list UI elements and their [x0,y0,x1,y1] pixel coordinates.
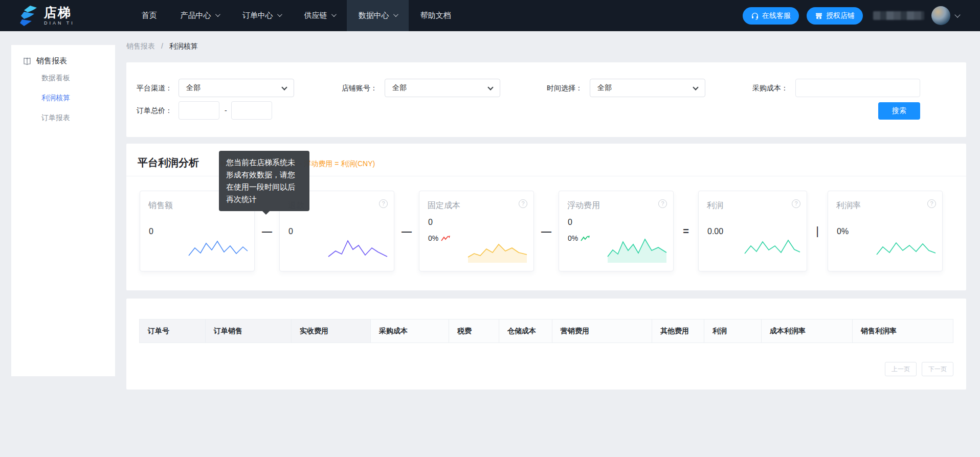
nav-item-help-docs[interactable]: 帮助文档 [409,0,463,31]
card-value: 0.00 [707,227,723,236]
help-icon[interactable] [379,199,388,208]
profit-rate-sparkline [875,234,937,264]
card-title: 固定成本 [428,200,460,211]
nav-item-label: 帮助文档 [420,11,451,20]
card-title: 利润 [707,200,723,211]
prev-page-button[interactable]: 上一页 [885,362,917,376]
username-censored [873,11,924,20]
profit-sparkline [743,234,801,264]
help-icon[interactable] [927,199,936,208]
purchase-cost-label: 采购成本： [752,79,788,97]
time-select[interactable]: 全部 [590,79,705,97]
top-navbar: 店梯 DIAN TI 首页 产品中心 订单中心 供应链 数据中心 帮助文档 [0,0,980,31]
next-page-button[interactable]: 下一页 [922,362,953,376]
card-value: 0 [428,218,433,227]
col-profit: 利润 [704,319,762,343]
authorize-shop-button[interactable]: 授权店铺 [807,7,863,25]
card-percent: 0% [428,234,451,242]
card-value: 0 [288,227,293,236]
card-floating-fee: 浮动费用 0 0% [559,191,674,271]
col-other-fee: 其他费用 [652,319,704,343]
col-tax: 税费 [449,319,499,343]
panel-title: 平台利润分析 [138,156,199,170]
help-icon[interactable] [792,199,800,208]
platform-channel-value: 全部 [186,83,201,93]
shop-account-select[interactable]: 全部 [385,79,500,97]
trend-down-icon [441,235,451,242]
sidebar-item-label: 利润核算 [41,94,70,102]
sidebar-item-profit-accounting[interactable]: 利润核算 [11,88,115,108]
platform-channel-select[interactable]: 全部 [179,79,294,97]
card-value: 0 [568,218,572,227]
orders-table: 订单号 订单销售 实收费用 采购成本 税费 仓储成本 营销费用 其他费用 利润 … [139,319,953,343]
trend-up-icon [581,235,591,242]
help-icon[interactable] [658,199,667,208]
breadcrumb-separator: / [161,42,163,50]
nav-item-label: 供应链 [304,11,327,20]
nav-item-label: 订单中心 [242,11,273,20]
report-icon [23,57,32,66]
card-title: 浮动费用 [567,200,600,211]
sidebar-item-label: 订单报表 [41,113,70,122]
main-nav: 首页 产品中心 订单中心 供应链 数据中心 帮助文档 [130,0,463,31]
shop-account-value: 全部 [392,83,407,93]
sidebar-item-data-dashboard[interactable]: 数据看板 [11,68,115,88]
chevron-down-icon[interactable] [954,12,960,17]
operator-equals: = [674,225,698,237]
chevron-down-icon [281,84,287,90]
shop-account-label: 店铺账号： [342,79,377,97]
fixed-cost-sparkline [466,234,528,264]
app-logo[interactable]: 店梯 DIAN TI [17,5,75,27]
sidebar-item-order-report[interactable]: 订单报表 [11,108,115,128]
breadcrumb-parent[interactable]: 销售报表 [126,42,155,50]
floating-fee-sparkline [606,234,668,264]
search-button[interactable]: 搜索 [878,102,920,120]
card-percent-value: 0% [568,234,578,242]
online-service-button[interactable]: 在线客服 [743,7,799,25]
operator-minus: — [394,225,419,237]
col-warehouse-cost: 仓储成本 [499,319,552,343]
sales-sparkline [187,234,249,264]
navbar-right: 在线客服 授权店铺 [735,6,960,25]
order-total-label: 订单总价： [137,101,172,120]
platform-channel-label: 平台渠道： [137,79,172,97]
chevron-down-icon [693,84,698,90]
purchase-cost-input[interactable] [795,79,920,97]
shop-icon [815,12,823,20]
breadcrumb-current: 利润核算 [169,42,198,50]
pagination: 上一页 下一页 [880,362,953,376]
headset-icon [751,12,759,20]
nav-item-label: 数据中心 [359,11,389,20]
operator-minus: — [255,225,279,237]
col-order-no: 订单号 [140,319,206,343]
refund-sparkline [326,234,389,264]
col-sales-profit-rate: 销售利润率 [853,319,953,343]
nav-item-data-center[interactable]: 数据中心 [347,0,409,31]
authorize-shop-label: 授权店铺 [826,11,855,20]
logo-icon [17,5,39,27]
chevron-down-icon [331,12,337,17]
filter-panel: 平台渠道： 全部 店铺账号： 全部 时间选择： 全部 采购成本： 订单总价： -… [126,62,966,137]
nav-item-supply-chain[interactable]: 供应链 [293,0,347,31]
col-order-sales: 订单销售 [206,319,292,343]
order-total-max-input[interactable] [231,101,272,120]
order-total-min-input[interactable] [179,101,219,120]
range-dash: - [225,101,227,120]
operator-minus: — [534,225,559,237]
logo-subtitle: DIAN TI [44,21,75,26]
col-marketing-fee: 营销费用 [552,319,652,343]
card-percent: 0% [568,234,591,242]
logo-title: 店梯 [44,6,75,19]
no-data-tooltip: 您当前在店梯系统未形成有效数据，请您在使用一段时间以后再次统计 [219,151,309,211]
nav-item-label: 首页 [142,11,157,20]
operator-divider: | [807,224,828,238]
nav-item-products[interactable]: 产品中心 [169,0,231,31]
sidebar-group-sales-report[interactable]: 销售报表 [11,45,115,68]
help-icon[interactable] [519,199,527,208]
orders-table-panel: 订单号 订单销售 实收费用 采购成本 税费 仓储成本 营销费用 其他费用 利润 … [126,299,966,390]
col-cost-profit-rate: 成本利润率 [762,319,853,343]
nav-item-orders[interactable]: 订单中心 [231,0,293,31]
avatar[interactable] [931,6,950,25]
nav-item-home[interactable]: 首页 [130,0,169,31]
card-title: 利润率 [836,200,861,211]
